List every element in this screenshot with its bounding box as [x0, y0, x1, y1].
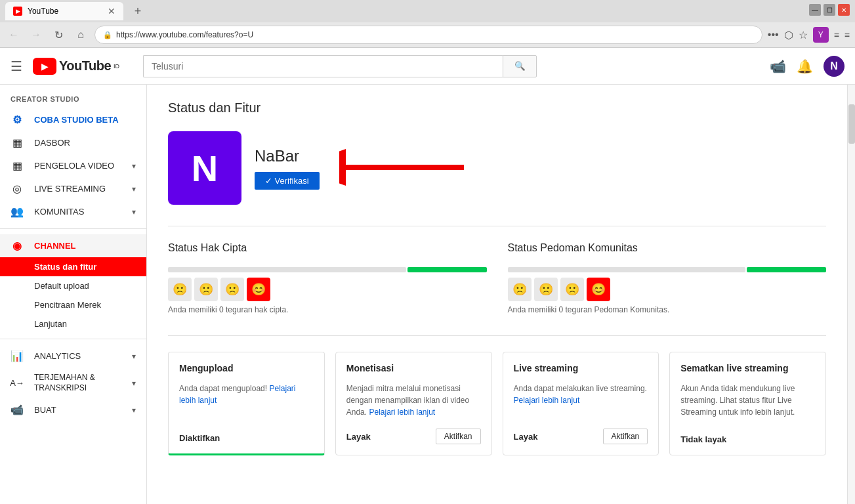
pedoman-title: Status Pedoman Komunitas [508, 242, 827, 254]
terjemahan-icon: A→ [10, 378, 24, 388]
aktifkan-button-live[interactable]: Aktifkan [603, 429, 648, 444]
page-title: Status dan Fitur [168, 100, 826, 116]
main-layout: CREATOR STUDIO ⚙ COBA STUDIO BETA ▦ DASB… [0, 85, 855, 504]
lock-icon: 🔒 [103, 31, 112, 39]
verify-button[interactable]: ✓ Verifikasi [255, 172, 320, 190]
sidebar-item-channel[interactable]: ◉ CHANNEL [0, 234, 146, 257]
home-button[interactable]: ⌂ [72, 26, 89, 43]
extension-icon[interactable]: Y [813, 27, 829, 43]
aktifkan-button-monetisasi[interactable]: Aktifkan [436, 429, 481, 444]
feature-footer-sematkan-live: Tidak layak [680, 434, 815, 444]
search-button[interactable]: 🔍 [503, 55, 537, 77]
maximize-button[interactable]: ☐ [824, 4, 835, 16]
buat-icon: 📹 [10, 404, 24, 416]
sidebar: CREATOR STUDIO ⚙ COBA STUDIO BETA ▦ DASB… [0, 85, 147, 504]
youtube-header: ☰ ▶ YouTubeID 🔍 📹 🔔 N [0, 48, 855, 85]
upload-icon[interactable]: 📹 [770, 58, 786, 74]
chevron-down-icon: ▾ [132, 406, 136, 415]
forward-button[interactable]: → [28, 26, 45, 43]
window-controls: — ☐ ✕ [809, 4, 850, 16]
logo-sup: ID [114, 63, 119, 70]
more-icon[interactable]: ••• [768, 29, 779, 41]
sidebar-item-label: LIVE STREAMING [34, 184, 106, 194]
youtube-logo[interactable]: ▶ YouTubeID [33, 58, 119, 75]
channel-icon: ◉ [10, 240, 24, 252]
bell-icon[interactable]: 🔔 [797, 58, 813, 74]
sidebar-item-pengelola-video[interactable]: ▦ PENGELOLA VIDEO ▾ [0, 154, 146, 177]
sidebar-item-komunitas[interactable]: 👥 KOMUNITAS ▾ [0, 200, 146, 223]
sidebar-item-label: ANALYTICS [34, 351, 81, 361]
refresh-button[interactable]: ↻ [50, 26, 67, 43]
close-button[interactable]: ✕ [838, 4, 850, 16]
channel-avatar: N [168, 131, 241, 205]
smiley-sad-2: 🙁 [194, 278, 218, 301]
feature-card-mengupload: Mengupload Anda dapat mengupload! Pelaja… [168, 352, 325, 455]
komunitas-icon: 👥 [10, 205, 24, 218]
sidebar-item-label: COBA STUDIO BETA [34, 115, 119, 125]
feature-status-mengupload: Diaktifkan [179, 433, 220, 443]
tab-close-button[interactable]: ✕ [108, 6, 115, 16]
feature-status-sematkan: Tidak layak [680, 434, 726, 444]
avatar[interactable]: N [824, 56, 845, 77]
sidebar-item-coba-studio[interactable]: ⚙ COBA STUDIO BETA [0, 108, 146, 131]
feature-status-monetisasi: Layak [346, 432, 371, 442]
sidebar-item-terjemahan[interactable]: A→ TERJEMAHAN & TRANSKRIPSI ▾ [0, 368, 146, 398]
main-content: Status dan Fitur N NaBar ✓ Verifikasi [147, 85, 847, 504]
sidebar-divider [0, 228, 146, 229]
chevron-down-icon: ▾ [132, 379, 136, 388]
feature-desc-mengupload: Anda dapat mengupload! Pelajari lebih la… [179, 383, 314, 423]
feature-title-live-streaming: Live streaming [514, 363, 648, 373]
sidebar-item-live-streaming[interactable]: ◎ LIVE STREAMING ▾ [0, 177, 146, 200]
feature-card-live-streaming: Live streaming Anda dapat melakukan live… [503, 352, 659, 455]
sidebar-sub-item-pencitraan-merek[interactable]: Pencitraan Merek [0, 295, 146, 314]
smiley-sad-p3: 🙁 [560, 278, 584, 301]
hak-cipta-text: Anda memiliki 0 teguran hak cipta. [168, 305, 487, 314]
learn-more-link-live[interactable]: Pelajari lebih lanjut [514, 396, 580, 405]
analytics-icon: 📊 [10, 350, 24, 362]
arrow-svg [339, 148, 470, 187]
hak-cipta-section: Status Hak Cipta 🙁 🙁 🙁 😊 An [168, 242, 487, 314]
sidebar-item-analytics[interactable]: 📊 ANALYTICS ▾ [0, 345, 146, 368]
search-input[interactable] [143, 55, 503, 77]
pedoman-section: Status Pedoman Komunitas 🙁 🙁 🙁 😊 Anda [508, 242, 827, 314]
pedoman-text: Anda memiliki 0 teguran Pedoman Komunita… [508, 305, 827, 314]
sidebar-sub-item-lanjutan[interactable]: Lanjutan [0, 314, 146, 333]
bar-segment-1p [508, 267, 746, 272]
sidebar-item-buat[interactable]: 📹 BUAT ▾ [0, 398, 146, 421]
sidebar-item-label: KOMUNITAS [34, 207, 84, 217]
hamburger-icon[interactable]: ☰ [10, 58, 22, 74]
pocket-icon[interactable]: ⬡ [784, 29, 793, 41]
sidebar-divider-2 [0, 339, 146, 339]
sidebar-sub-item-default-upload[interactable]: Default upload [0, 276, 146, 295]
sidebar-sub-item-status-fitur[interactable]: Status dan fitur [0, 257, 146, 276]
tab-favicon-icon: ▶ [13, 7, 22, 16]
channel-label: CHANNEL [34, 241, 76, 251]
search-icon: 🔍 [514, 61, 526, 71]
feature-desc-live-streaming: Anda dapat melakukan live streaming. Pel… [514, 383, 648, 418]
hak-cipta-bar-row [168, 264, 487, 272]
browser-tab[interactable]: ▶ YouTube ✕ [5, 2, 123, 20]
dasbor-icon: ▦ [10, 136, 24, 149]
minimize-button[interactable]: — [809, 4, 821, 16]
back-button[interactable]: ← [5, 26, 22, 43]
feature-footer-monetisasi: Layak Aktifkan [346, 429, 481, 444]
scrollbar-thumb[interactable] [848, 104, 855, 144]
channel-name: NaBar [255, 147, 320, 165]
pedoman-progress [508, 264, 827, 272]
scrollbar[interactable] [847, 85, 855, 504]
smiley-happy-p: 😊 [587, 278, 610, 301]
feature-desc-monetisasi: Menjadi mitra melalui monetisasi dengan … [346, 383, 481, 418]
feature-title-mengupload: Mengupload [179, 363, 314, 373]
bookmark-icon[interactable]: ☆ [799, 29, 808, 41]
address-bar[interactable]: 🔒 https://www.youtube.com/features?o=U [94, 26, 762, 44]
address-text: https://www.youtube.com/features?o=U [116, 30, 253, 39]
learn-more-link-monetisasi[interactable]: Pelajari lebih lanjut [369, 408, 435, 417]
bar-segment-1 [168, 267, 406, 272]
reader-icon[interactable]: ≡ [834, 30, 839, 40]
new-tab-button[interactable]: + [129, 2, 147, 20]
sidebar-item-dasbor[interactable]: ▦ DASBOR [0, 131, 146, 154]
menu-icon[interactable]: ≡ [845, 30, 850, 40]
feature-card-monetisasi: Monetisasi Menjadi mitra melalui monetis… [335, 352, 492, 455]
logo-icon: ▶ [33, 58, 56, 75]
coba-studio-icon: ⚙ [10, 114, 24, 126]
